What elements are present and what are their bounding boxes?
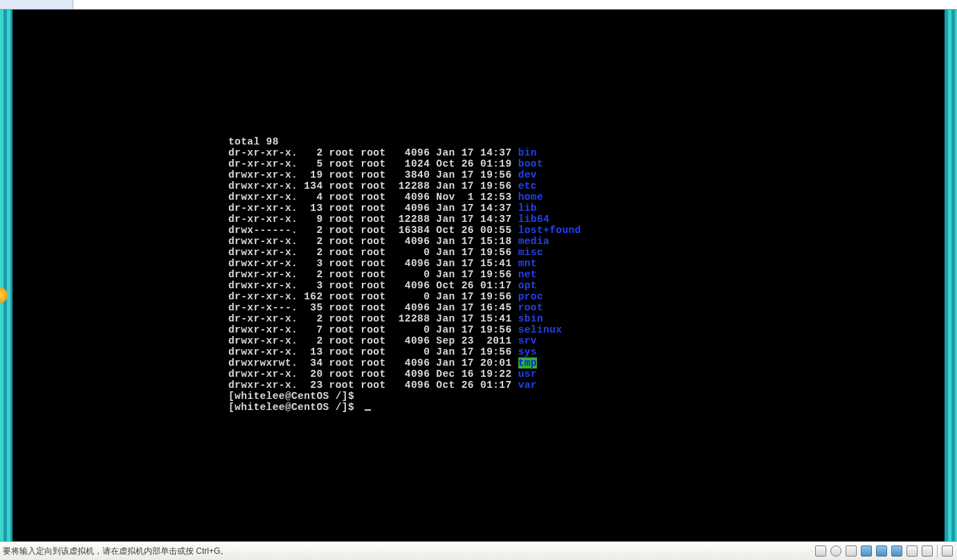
vm-window-titlebar bbox=[0, 0, 957, 10]
ls-row: dr-xr-x---. 35 root root 4096 Jan 17 16:… bbox=[228, 302, 581, 313]
ls-row-name: sys bbox=[518, 346, 537, 357]
ls-row-meta: drwxr-xr-x. 3 root root 4096 Oct 26 01:1… bbox=[228, 280, 518, 291]
shell-prompt-active[interactable]: [whitelee@CentOS /]$ bbox=[228, 402, 581, 413]
ls-row-name: media bbox=[518, 236, 550, 247]
host-sidebar-handle[interactable] bbox=[0, 287, 8, 304]
ls-row-meta: dr-xr-xr-x. 5 root root 1024 Oct 26 01:1… bbox=[228, 158, 518, 169]
ls-row-meta: drwxr-xr-x. 19 root root 3840 Jan 17 19:… bbox=[228, 169, 518, 180]
ls-row-name: opt bbox=[518, 280, 537, 291]
ls-row-name: boot bbox=[518, 158, 543, 169]
ls-row-meta: drwxr-xr-x. 20 root root 4096 Dec 16 19:… bbox=[228, 368, 518, 380]
ls-row-meta: drwxr-xr-x. 23 root root 4096 Oct 26 01:… bbox=[228, 380, 518, 391]
ls-row-name: sbin bbox=[518, 313, 543, 324]
ls-row-meta: dr-xr-x---. 35 root root 4096 Jan 17 16:… bbox=[228, 302, 518, 313]
ls-row: drwxr-xr-x. 13 root root 0 Jan 17 19:56 … bbox=[228, 346, 581, 357]
device-net-icon[interactable] bbox=[861, 545, 872, 557]
ls-row: drwxr-xr-x. 23 root root 4096 Oct 26 01:… bbox=[228, 380, 581, 391]
ls-row-name: tmp bbox=[518, 357, 537, 368]
ls-row-meta: drwxr-xr-x. 3 root root 4096 Jan 17 15:4… bbox=[228, 258, 518, 269]
ls-row-name: misc bbox=[518, 247, 543, 258]
vm-message-icon[interactable] bbox=[942, 545, 953, 557]
ls-row: dr-xr-xr-x. 5 root root 1024 Oct 26 01:1… bbox=[228, 158, 581, 169]
ls-row: drwxr-xr-x. 3 root root 4096 Jan 17 15:4… bbox=[228, 258, 581, 269]
ls-row-name: home bbox=[518, 192, 543, 203]
ls-row-name: usr bbox=[518, 368, 537, 380]
ls-row: drwxr-xr-x. 2 root root 0 Jan 17 19:56 m… bbox=[228, 247, 581, 258]
device-printer-icon[interactable] bbox=[922, 545, 933, 557]
ls-row-name: dev bbox=[518, 169, 537, 180]
ls-row: dr-xr-xr-x. 162 root root 0 Jan 17 19:56… bbox=[228, 291, 581, 302]
ls-row-name: mnt bbox=[518, 258, 537, 269]
ls-row: dr-xr-xr-x. 9 root root 12288 Jan 17 14:… bbox=[228, 214, 581, 225]
ls-row-meta: drwxr-xr-x. 2 root root 0 Jan 17 19:56 bbox=[228, 247, 518, 258]
ls-row-meta: drwxr-xr-x. 2 root root 4096 Jan 17 15:1… bbox=[228, 236, 518, 247]
vm-status-bar: 要将输入定向到该虚拟机，请在虚拟机内部单击或按 Ctrl+G。 bbox=[0, 541, 957, 560]
ls-row-name: lib bbox=[518, 203, 537, 214]
tray-separator bbox=[937, 545, 938, 557]
ls-row: drwxr-xr-x. 2 root root 4096 Jan 17 15:1… bbox=[228, 236, 581, 247]
ls-row-name: srv bbox=[518, 335, 537, 346]
ls-row-meta: dr-xr-xr-x. 13 root root 4096 Jan 17 14:… bbox=[228, 203, 518, 214]
ls-row: drwxr-xr-x. 3 root root 4096 Oct 26 01:1… bbox=[228, 280, 581, 291]
ls-row-meta: dr-xr-xr-x. 2 root root 4096 Jan 17 14:3… bbox=[228, 147, 518, 158]
device-floppy-icon[interactable] bbox=[846, 545, 857, 557]
vm-window-tab[interactable] bbox=[0, 0, 73, 9]
ls-row: dr-xr-xr-x. 2 root root 4096 Jan 17 14:3… bbox=[228, 147, 581, 158]
ls-row-meta: drwxrwxrwt. 34 root root 4096 Jan 17 20:… bbox=[228, 357, 518, 368]
ls-row-name: var bbox=[518, 380, 537, 391]
ls-row: drwxr-xr-x. 19 root root 3840 Jan 17 19:… bbox=[228, 169, 581, 180]
ls-row-name: net bbox=[518, 269, 537, 280]
ls-row-name: proc bbox=[518, 291, 543, 302]
cursor bbox=[365, 409, 371, 411]
ls-row-name: root bbox=[518, 302, 543, 313]
ls-row: drwxr-xr-x. 134 root root 12288 Jan 17 1… bbox=[228, 180, 581, 192]
vm-device-tray bbox=[815, 542, 957, 560]
device-sound-icon[interactable] bbox=[906, 545, 918, 557]
terminal-output: total 98dr-xr-xr-x. 2 root root 4096 Jan… bbox=[228, 136, 581, 413]
ls-row-meta: drwxr-xr-x. 2 root root 0 Jan 17 19:56 bbox=[228, 269, 518, 280]
ls-row-name: lib64 bbox=[518, 214, 550, 225]
ls-row-meta: drwxr-xr-x. 4 root root 4096 Nov 1 12:53 bbox=[228, 192, 518, 203]
device-hdd-icon[interactable] bbox=[815, 545, 826, 557]
shell-prompt: [whitelee@CentOS /]$ bbox=[228, 391, 581, 402]
device-usb-icon[interactable] bbox=[891, 545, 902, 557]
ls-row: drwxrwxrwt. 34 root root 4096 Jan 17 20:… bbox=[228, 357, 581, 368]
ls-row-meta: dr-xr-xr-x. 9 root root 12288 Jan 17 14:… bbox=[228, 214, 518, 225]
ls-row: drwxr-xr-x. 7 root root 0 Jan 17 19:56 s… bbox=[228, 324, 581, 335]
ls-row-name: selinux bbox=[518, 324, 563, 335]
device-screen-icon[interactable] bbox=[876, 545, 887, 557]
ls-row-meta: drwx------. 2 root root 16384 Oct 26 00:… bbox=[228, 225, 518, 236]
ls-row-meta: drwxr-xr-x. 13 root root 0 Jan 17 19:56 bbox=[228, 346, 518, 357]
ls-row: dr-xr-xr-x. 2 root root 12288 Jan 17 15:… bbox=[228, 313, 581, 324]
ls-row-meta: drwxr-xr-x. 134 root root 12288 Jan 17 1… bbox=[228, 180, 518, 192]
device-cd-icon[interactable] bbox=[830, 545, 841, 557]
ls-row: drwxr-xr-x. 2 root root 4096 Sep 23 2011… bbox=[228, 335, 581, 346]
ls-total-line: total 98 bbox=[228, 136, 581, 147]
guest-console[interactable]: total 98dr-xr-xr-x. 2 root root 4096 Jan… bbox=[12, 10, 945, 541]
vm-status-hint: 要将输入定向到该虚拟机，请在虚拟机内部单击或按 Ctrl+G。 bbox=[0, 545, 815, 557]
ls-row-name: etc bbox=[518, 180, 537, 192]
ls-row-meta: dr-xr-xr-x. 2 root root 12288 Jan 17 15:… bbox=[228, 313, 518, 324]
ls-row-name: bin bbox=[518, 147, 537, 158]
ls-row: drwxr-xr-x. 2 root root 0 Jan 17 19:56 n… bbox=[228, 269, 581, 280]
ls-row: drwx------. 2 root root 16384 Oct 26 00:… bbox=[228, 225, 581, 236]
ls-row: dr-xr-xr-x. 13 root root 4096 Jan 17 14:… bbox=[228, 203, 581, 214]
ls-row: drwxr-xr-x. 4 root root 4096 Nov 1 12:53… bbox=[228, 192, 581, 203]
ls-row: drwxr-xr-x. 20 root root 4096 Dec 16 19:… bbox=[228, 368, 581, 380]
ls-row-meta: drwxr-xr-x. 7 root root 0 Jan 17 19:56 bbox=[228, 324, 518, 335]
ls-row-meta: dr-xr-xr-x. 162 root root 0 Jan 17 19:56 bbox=[228, 291, 518, 302]
ls-row-meta: drwxr-xr-x. 2 root root 4096 Sep 23 2011 bbox=[228, 335, 518, 346]
ls-row-name: lost+found bbox=[518, 225, 581, 236]
